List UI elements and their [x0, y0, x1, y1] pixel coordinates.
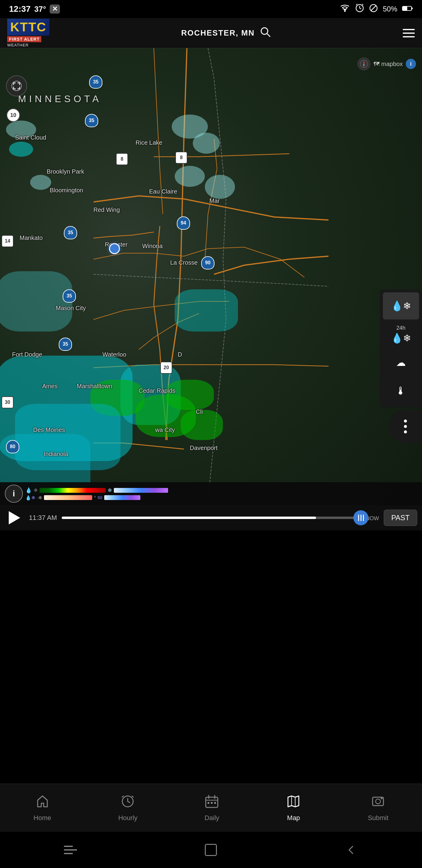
highway-shield-us14: 14: [1, 235, 13, 247]
24h-precip-icon: 💧❄: [391, 333, 411, 344]
weather-map[interactable]: MINNESOTA Saint Cloud Rice Lake Brooklyn…: [0, 48, 422, 530]
system-navigation-bar: [0, 832, 422, 868]
highway-shield-us8-1: 8: [116, 153, 128, 165]
playback-time: 11:37 AM: [29, 514, 57, 522]
info-icon: i: [13, 489, 15, 498]
highway-shield-i35-mid: 35: [64, 226, 77, 239]
svg-rect-9: [412, 7, 413, 9]
legend-row-snow: 💧❄ ·❄ ° 60: [25, 495, 417, 501]
layer-precip-mix[interactable]: 💧❄: [383, 292, 419, 319]
legend-content: 💧 ❄ ❄ 💧❄ ·❄ ° 60: [25, 487, 417, 501]
precip-mix-icon2: 💧❄: [25, 495, 35, 501]
system-menu-button[interactable]: [64, 846, 77, 854]
clouds-icon: ☁: [396, 357, 406, 368]
snow-legend-icon: ❄: [34, 487, 38, 493]
radar-patch: [193, 133, 220, 154]
map-bottom-controls: i 💧 ❄ ❄ 💧❄ ·❄ ° 60: [0, 482, 422, 530]
legend-row-rain: 💧 ❄ ❄: [25, 487, 417, 494]
system-back-button[interactable]: [345, 843, 358, 857]
location-text: ROCHESTER, MN: [181, 28, 255, 38]
temp-gradient-bar: [44, 495, 92, 500]
thermometer-icon: 🌡: [395, 384, 406, 397]
compass-icon[interactable]: [357, 57, 370, 70]
info-button[interactable]: i: [5, 485, 23, 503]
24h-label: 24h: [396, 325, 405, 331]
radar-patch: [175, 166, 205, 187]
play-button[interactable]: [5, 508, 24, 527]
status-notification-icon: ✕: [50, 4, 60, 13]
highway-shield-i94: 94: [177, 216, 190, 230]
hourly-label: Hourly: [118, 814, 138, 822]
more-options-button[interactable]: [389, 410, 422, 443]
map-icon: [286, 794, 301, 812]
snow-flake-icon: ❄: [107, 487, 112, 494]
progress-thumb[interactable]: [353, 510, 368, 525]
svg-point-11: [261, 28, 268, 34]
daily-label: Daily: [204, 814, 219, 822]
play-triangle-icon: [9, 511, 20, 524]
highway-shield-i80: 80: [6, 440, 19, 453]
wifi-icon: [339, 4, 350, 14]
submit-icon: [371, 794, 385, 812]
menu-button[interactable]: [403, 29, 415, 37]
layer-24h[interactable]: 24h 💧❄: [383, 321, 419, 348]
layer-clouds[interactable]: ☁: [383, 349, 419, 376]
legend-bar: i 💧 ❄ ❄ 💧❄ ·❄ ° 60: [0, 482, 422, 505]
cold-icon: 60: [98, 495, 102, 500]
block-icon: [369, 4, 378, 14]
rain-legend-icon: 💧: [25, 487, 32, 494]
thumb-lines-icon: [358, 515, 364, 521]
radar-patch: [166, 380, 214, 410]
svg-point-26: [376, 799, 381, 804]
status-bar: 12:37 37° ✕ 50%: [0, 0, 422, 18]
system-home-button[interactable]: [205, 844, 217, 856]
nav-map[interactable]: Map: [280, 791, 306, 825]
alarm-icon: [355, 4, 364, 14]
playback-bar: 11:37 AM NOW PAST: [0, 505, 422, 530]
kttc-logo: KTTC FIRST ALERT WEATHER: [7, 19, 50, 47]
svg-line-12: [267, 33, 270, 37]
daily-icon: [204, 794, 219, 812]
highway-shield-i90: 90: [201, 256, 215, 270]
progress-track[interactable]: [62, 517, 361, 519]
svg-rect-21: [211, 802, 213, 804]
app-header: KTTC FIRST ALERT WEATHER ROCHESTER, MN: [0, 18, 422, 48]
svg-line-3: [360, 8, 361, 9]
highway-shield-i35-2: 35: [85, 114, 98, 127]
snow-gradient-bar: [114, 488, 168, 493]
light-snow-icon: ·❄: [37, 495, 42, 501]
svg-point-0: [344, 10, 346, 12]
submit-label: Submit: [368, 814, 388, 822]
nav-home[interactable]: Home: [27, 791, 57, 825]
location-marker: [109, 243, 120, 254]
fullscreen-button[interactable]: [6, 75, 27, 96]
svg-line-5: [362, 4, 363, 5]
nav-daily[interactable]: Daily: [198, 791, 225, 825]
past-button[interactable]: PAST: [384, 510, 417, 526]
home-label: Home: [33, 814, 51, 822]
layer-temperature[interactable]: 🌡: [383, 377, 419, 404]
mapbox-info-icon[interactable]: i: [406, 59, 416, 69]
battery-icon: [402, 5, 413, 13]
route-10-badge: 10: [7, 108, 20, 122]
highway-shield-i35-top: 35: [89, 75, 102, 89]
status-time: 12:37: [9, 4, 31, 14]
battery-percentage: 50%: [383, 5, 397, 13]
highway-shield-us8-2: 8: [175, 152, 187, 164]
highway-shield-i35-iowa2: 35: [59, 338, 72, 351]
nav-hourly[interactable]: Hourly: [112, 791, 144, 825]
svg-rect-10: [403, 7, 407, 10]
radar-patch: [30, 175, 51, 190]
degree-icon: °: [94, 495, 96, 500]
home-square-icon: [205, 844, 217, 856]
radar-patch: [205, 175, 235, 199]
nav-submit[interactable]: Submit: [362, 791, 394, 825]
state-label-minnesota: MINNESOTA: [18, 93, 102, 104]
highway-shield-us30: 30: [1, 396, 13, 408]
svg-point-27: [381, 798, 383, 799]
three-dots-icon: [404, 420, 407, 433]
highway-shield-i35-iowa1: 35: [63, 289, 76, 303]
radar-patch: [175, 289, 238, 332]
search-icon[interactable]: [260, 26, 271, 40]
kttc-sub-label: FIRST ALERT: [7, 36, 41, 42]
